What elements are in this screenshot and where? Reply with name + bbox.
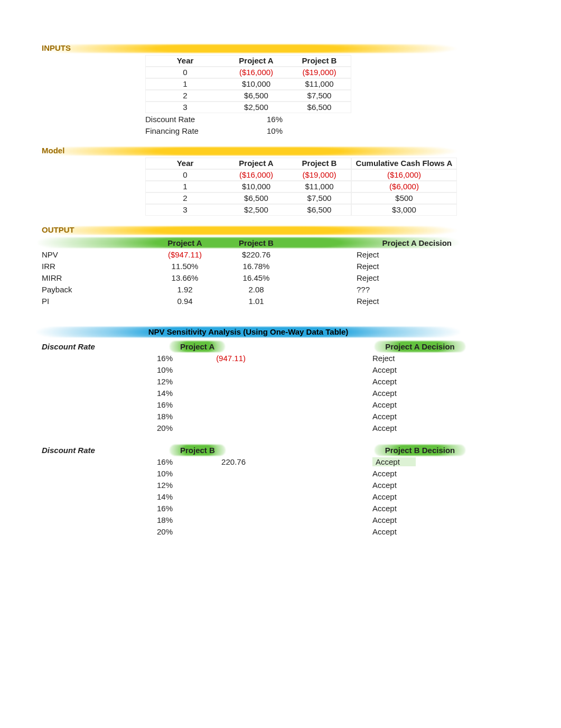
- sens-decision: Accept: [367, 400, 473, 409]
- cell-proj-a: ($16,000): [225, 169, 288, 181]
- sens-decision: Accept: [367, 389, 473, 398]
- col-project-a: Project A: [225, 55, 288, 67]
- sensitivity-row: 10% Accept: [40, 467, 457, 479]
- discount-rate-value: 16%: [225, 115, 288, 124]
- cell-year: 2: [145, 192, 225, 204]
- cell-proj-b: $11,000: [288, 181, 351, 192]
- sensitivity-row: 14% Accept: [40, 387, 457, 399]
- sens-decision: Accept: [367, 527, 473, 536]
- sens-decision: Accept: [367, 412, 473, 421]
- sensitivity-row: 20% Accept: [40, 526, 457, 537]
- sensitivity-row: 18% Accept: [40, 514, 457, 526]
- metric-decision: Reject: [351, 273, 457, 282]
- sensitivity-b-decision-title: Project B Decision: [382, 446, 459, 455]
- output-row: Payback 1.92 2.08 ???: [40, 283, 457, 295]
- metric-name: PI: [40, 297, 145, 306]
- sens-decision: Accept: [367, 504, 473, 513]
- section-title: OUTPUT: [40, 224, 457, 236]
- sens-rate: 12%: [145, 481, 177, 490]
- inputs-row: 0 ($16,000) ($19,000): [40, 67, 457, 78]
- discount-rate-label: Discount Rate: [40, 446, 145, 455]
- metric-b: 16.45%: [225, 273, 288, 282]
- spreadsheet-view: INPUTS Year Project A Project B 0 ($16,0…: [40, 42, 457, 537]
- sensitivity-b-title: Project B: [177, 446, 218, 455]
- section-title: Model: [40, 145, 457, 156]
- sensitivity-b-header: Discount Rate Project B Project B Decisi…: [40, 444, 457, 456]
- sens-rate: 16%: [145, 457, 177, 466]
- cell-proj-b: $7,500: [288, 90, 351, 102]
- model-header-row: Year Project A Project B Cumulative Cash…: [40, 158, 457, 169]
- sensitivity-row: 16% Accept: [40, 399, 457, 410]
- output-row: MIRR 13.66% 16.45% Reject: [40, 272, 457, 283]
- inputs-row: 2 $6,500 $7,500: [40, 90, 457, 102]
- cell-proj-b: ($19,000): [288, 169, 351, 181]
- metric-a: 13.66%: [145, 273, 225, 282]
- cell-proj-a: $10,000: [225, 78, 288, 90]
- metric-b: 2.08: [225, 285, 288, 294]
- sensitivity-row: 16% Accept: [40, 502, 457, 514]
- cell-proj-b: $11,000: [288, 78, 351, 90]
- section-title: NPV Sensitivity Analysis (Using One-Way …: [40, 326, 457, 338]
- inputs-header-row: Year Project A Project B: [40, 55, 457, 67]
- sens-rate: 16%: [145, 400, 177, 409]
- sens-rate: 14%: [145, 492, 177, 501]
- sens-decision: Reject: [367, 354, 473, 363]
- metric-b: 1.01: [225, 297, 288, 306]
- metric-name: IRR: [40, 262, 145, 271]
- cell-year: 3: [145, 204, 225, 216]
- sens-rate: 14%: [145, 389, 177, 398]
- sens-rate: 20%: [145, 423, 177, 432]
- metric-a: ($947.11): [145, 250, 225, 259]
- sensitivity-a-decision-title: Project A Decision: [382, 342, 457, 351]
- col-project-b: Project B: [288, 55, 351, 67]
- output-row: PI 0.94 1.01 Reject: [40, 295, 457, 307]
- section-header-output: OUTPUT: [40, 224, 457, 236]
- model-row: 3 $2,500 $6,500 $3,000: [40, 204, 457, 216]
- discount-rate-label: Discount Rate: [145, 115, 225, 124]
- metric-decision: ???: [351, 285, 457, 294]
- metric-name: MIRR: [40, 273, 145, 282]
- sens-decision: Accept: [367, 365, 473, 374]
- financing-rate-label: Financing Rate: [145, 126, 225, 135]
- section-header-sensitivity: NPV Sensitivity Analysis (Using One-Way …: [40, 326, 457, 338]
- sens-rate: 10%: [145, 365, 177, 374]
- sensitivity-a-top-row: 16% (947.11) Reject: [40, 352, 457, 364]
- col-decision-a: Project A Decision: [351, 238, 457, 247]
- inputs-row: 3 $2,500 $6,500: [40, 102, 457, 113]
- financing-rate-value: 10%: [225, 126, 288, 135]
- section-header-model: Model: [40, 145, 457, 156]
- metric-decision: Reject: [351, 262, 457, 271]
- metric-decision: Reject: [351, 297, 457, 306]
- cell-proj-a: $10,000: [225, 181, 288, 192]
- model-row: 0 ($16,000) ($19,000) ($16,000): [40, 169, 457, 181]
- cell-year: 0: [145, 67, 225, 78]
- cell-cum-a: $500: [351, 192, 457, 204]
- col-project-b: Project B: [288, 158, 351, 169]
- model-row: 2 $6,500 $7,500 $500: [40, 192, 457, 204]
- cell-year: 2: [145, 90, 225, 102]
- metric-b: 16.78%: [225, 262, 288, 271]
- col-year: Year: [145, 158, 225, 169]
- col-project-a: Project A: [225, 158, 288, 169]
- sens-decision: Accept: [367, 515, 473, 524]
- inputs-discount-rate-row: Discount Rate 16%: [40, 113, 457, 125]
- sens-value: 220.76: [177, 457, 272, 466]
- output-row: NPV ($947.11) $220.76 Reject: [40, 248, 457, 260]
- sensitivity-a-header: Discount Rate Project A Project A Decisi…: [40, 340, 457, 352]
- sens-rate: 16%: [145, 504, 177, 513]
- cell-year: 1: [145, 181, 225, 192]
- cell-proj-a: $6,500: [225, 192, 288, 204]
- sensitivity-row: 14% Accept: [40, 491, 457, 502]
- section-header-inputs: INPUTS: [40, 42, 457, 54]
- sens-decision: Accept: [367, 423, 473, 432]
- inputs-financing-rate-row: Financing Rate 10%: [40, 125, 457, 136]
- cell-year: 3: [145, 102, 225, 113]
- sensitivity-row: 18% Accept: [40, 410, 457, 422]
- cell-cum-a: ($6,000): [351, 181, 457, 192]
- sensitivity-row: 10% Accept: [40, 364, 457, 375]
- metric-a: 0.94: [145, 297, 225, 306]
- cell-cum-a: ($16,000): [351, 169, 457, 181]
- sensitivity-a-title: Project A: [177, 342, 218, 351]
- col-cumulative-a: Cumulative Cash Flows A: [351, 158, 457, 169]
- cell-proj-b: $6,500: [288, 204, 351, 216]
